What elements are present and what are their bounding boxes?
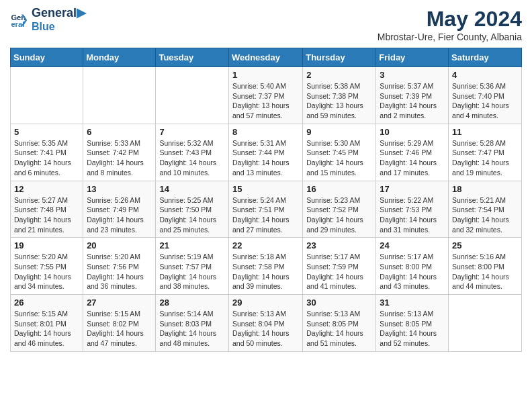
day-number: 9: [306, 127, 372, 137]
calendar-cell: 3Sunrise: 5:37 AM Sunset: 7:39 PM Daylig…: [376, 67, 449, 124]
cell-info: Sunrise: 5:13 AM Sunset: 8:04 PM Dayligh…: [232, 309, 299, 349]
day-number: 23: [306, 240, 372, 250]
calendar-cell: 10Sunrise: 5:29 AM Sunset: 7:46 PM Dayli…: [376, 124, 449, 181]
cell-info: Sunrise: 5:17 AM Sunset: 8:00 PM Dayligh…: [380, 252, 445, 291]
calendar-cell: 14Sunrise: 5:25 AM Sunset: 7:50 PM Dayli…: [156, 181, 229, 238]
cell-info: Sunrise: 5:23 AM Sunset: 7:52 PM Dayligh…: [306, 195, 372, 235]
day-number: 16: [306, 184, 372, 194]
calendar-table: SundayMondayTuesdayWednesdayThursdayFrid…: [10, 48, 522, 352]
calendar-cell: 15Sunrise: 5:24 AM Sunset: 7:51 PM Dayli…: [228, 181, 302, 238]
calendar-cell: 11Sunrise: 5:28 AM Sunset: 7:47 PM Dayli…: [449, 124, 522, 181]
day-number: 7: [159, 127, 225, 137]
cell-info: Sunrise: 5:15 AM Sunset: 8:01 PM Dayligh…: [14, 309, 79, 349]
main-title: May 2024: [378, 7, 522, 32]
calendar-cell: 28Sunrise: 5:14 AM Sunset: 8:03 PM Dayli…: [156, 295, 229, 352]
day-header-friday: Friday: [376, 48, 449, 67]
day-number: 27: [87, 298, 152, 308]
day-number: 15: [232, 184, 299, 194]
day-number: 11: [452, 127, 518, 137]
days-header-row: SundayMondayTuesdayWednesdayThursdayFrid…: [11, 48, 522, 67]
cell-info: Sunrise: 5:17 AM Sunset: 7:59 PM Dayligh…: [306, 252, 372, 291]
day-number: 8: [232, 127, 299, 137]
cell-info: Sunrise: 5:20 AM Sunset: 7:55 PM Dayligh…: [14, 252, 79, 291]
day-number: 26: [14, 298, 79, 308]
day-header-saturday: Saturday: [449, 48, 522, 67]
cell-info: Sunrise: 5:16 AM Sunset: 8:00 PM Dayligh…: [452, 252, 518, 291]
day-number: 21: [159, 240, 225, 250]
calendar-cell: 6Sunrise: 5:33 AM Sunset: 7:42 PM Daylig…: [83, 124, 156, 181]
calendar-cell: 8Sunrise: 5:31 AM Sunset: 7:44 PM Daylig…: [228, 124, 302, 181]
day-number: 12: [14, 184, 79, 194]
cell-info: Sunrise: 5:20 AM Sunset: 7:56 PM Dayligh…: [87, 252, 152, 291]
calendar-cell: 23Sunrise: 5:17 AM Sunset: 7:59 PM Dayli…: [303, 238, 376, 295]
calendar-cell: 24Sunrise: 5:17 AM Sunset: 8:00 PM Dayli…: [376, 238, 449, 295]
cell-info: Sunrise: 5:25 AM Sunset: 7:50 PM Dayligh…: [159, 195, 225, 235]
cell-info: Sunrise: 5:31 AM Sunset: 7:44 PM Dayligh…: [232, 138, 299, 178]
week-row-3: 12Sunrise: 5:27 AM Sunset: 7:48 PM Dayli…: [11, 181, 522, 238]
calendar-cell: 25Sunrise: 5:16 AM Sunset: 8:00 PM Dayli…: [449, 238, 522, 295]
calendar-cell: 1Sunrise: 5:40 AM Sunset: 7:37 PM Daylig…: [228, 67, 302, 124]
week-row-5: 26Sunrise: 5:15 AM Sunset: 8:01 PM Dayli…: [11, 295, 522, 352]
calendar-cell: 12Sunrise: 5:27 AM Sunset: 7:48 PM Dayli…: [11, 181, 83, 238]
calendar-cell: 5Sunrise: 5:35 AM Sunset: 7:41 PM Daylig…: [11, 124, 83, 181]
calendar-cell: 30Sunrise: 5:13 AM Sunset: 8:05 PM Dayli…: [303, 295, 376, 352]
cell-info: Sunrise: 5:30 AM Sunset: 7:45 PM Dayligh…: [306, 138, 372, 178]
week-row-2: 5Sunrise: 5:35 AM Sunset: 7:41 PM Daylig…: [11, 124, 522, 181]
calendar-cell: [11, 67, 83, 124]
calendar-cell: 17Sunrise: 5:22 AM Sunset: 7:53 PM Dayli…: [376, 181, 449, 238]
cell-info: Sunrise: 5:35 AM Sunset: 7:41 PM Dayligh…: [14, 138, 79, 178]
cell-info: Sunrise: 5:37 AM Sunset: 7:39 PM Dayligh…: [380, 81, 445, 121]
day-number: 30: [306, 298, 372, 308]
logo-text: General▶: [32, 7, 86, 20]
day-header-monday: Monday: [83, 48, 156, 67]
calendar-cell: 18Sunrise: 5:21 AM Sunset: 7:54 PM Dayli…: [449, 181, 522, 238]
day-number: 3: [380, 70, 445, 80]
cell-info: Sunrise: 5:40 AM Sunset: 7:37 PM Dayligh…: [232, 81, 299, 121]
day-header-wednesday: Wednesday: [228, 48, 302, 67]
day-header-tuesday: Tuesday: [156, 48, 229, 67]
title-area: May 2024 Mbrostar-Ure, Fier County, Alba…: [378, 7, 522, 42]
cell-info: Sunrise: 5:36 AM Sunset: 7:40 PM Dayligh…: [452, 81, 518, 121]
day-header-sunday: Sunday: [11, 48, 83, 67]
cell-info: Sunrise: 5:26 AM Sunset: 7:49 PM Dayligh…: [87, 195, 152, 235]
day-number: 28: [159, 298, 225, 308]
day-number: 19: [14, 240, 79, 250]
header: Gen eral General▶ Blue May 2024 Mbrostar…: [10, 7, 522, 42]
calendar-cell: 9Sunrise: 5:30 AM Sunset: 7:45 PM Daylig…: [303, 124, 376, 181]
week-row-4: 19Sunrise: 5:20 AM Sunset: 7:55 PM Dayli…: [11, 238, 522, 295]
calendar-cell: 20Sunrise: 5:20 AM Sunset: 7:56 PM Dayli…: [83, 238, 156, 295]
logo-subtext: Blue: [32, 20, 86, 34]
cell-info: Sunrise: 5:24 AM Sunset: 7:51 PM Dayligh…: [232, 195, 299, 235]
cell-info: Sunrise: 5:15 AM Sunset: 8:02 PM Dayligh…: [87, 309, 152, 349]
calendar-cell: [156, 67, 229, 124]
calendar-cell: [449, 295, 522, 352]
calendar-cell: 13Sunrise: 5:26 AM Sunset: 7:49 PM Dayli…: [83, 181, 156, 238]
calendar-cell: 27Sunrise: 5:15 AM Sunset: 8:02 PM Dayli…: [83, 295, 156, 352]
day-number: 14: [159, 184, 225, 194]
cell-info: Sunrise: 5:13 AM Sunset: 8:05 PM Dayligh…: [380, 309, 445, 349]
day-number: 6: [87, 127, 152, 137]
day-number: 5: [14, 127, 79, 137]
day-number: 18: [452, 184, 518, 194]
cell-info: Sunrise: 5:18 AM Sunset: 7:58 PM Dayligh…: [232, 252, 299, 291]
day-number: 22: [232, 240, 299, 250]
svg-text:eral: eral: [11, 20, 24, 28]
cell-info: Sunrise: 5:33 AM Sunset: 7:42 PM Dayligh…: [87, 138, 152, 178]
calendar-cell: 7Sunrise: 5:32 AM Sunset: 7:43 PM Daylig…: [156, 124, 229, 181]
cell-info: Sunrise: 5:29 AM Sunset: 7:46 PM Dayligh…: [380, 138, 445, 178]
logo: Gen eral General▶ Blue: [10, 7, 86, 34]
day-number: 29: [232, 298, 299, 308]
subtitle: Mbrostar-Ure, Fier County, Albania: [378, 32, 522, 42]
cell-info: Sunrise: 5:32 AM Sunset: 7:43 PM Dayligh…: [159, 138, 225, 178]
day-header-thursday: Thursday: [303, 48, 376, 67]
day-number: 25: [452, 240, 518, 250]
calendar-cell: 29Sunrise: 5:13 AM Sunset: 8:04 PM Dayli…: [228, 295, 302, 352]
cell-info: Sunrise: 5:27 AM Sunset: 7:48 PM Dayligh…: [14, 195, 79, 235]
cell-info: Sunrise: 5:21 AM Sunset: 7:54 PM Dayligh…: [452, 195, 518, 235]
day-number: 24: [380, 240, 445, 250]
calendar-cell: 21Sunrise: 5:19 AM Sunset: 7:57 PM Dayli…: [156, 238, 229, 295]
cell-info: Sunrise: 5:19 AM Sunset: 7:57 PM Dayligh…: [159, 252, 225, 291]
logo-icon: Gen eral: [10, 11, 29, 30]
cell-info: Sunrise: 5:28 AM Sunset: 7:47 PM Dayligh…: [452, 138, 518, 178]
calendar-cell: 26Sunrise: 5:15 AM Sunset: 8:01 PM Dayli…: [11, 295, 83, 352]
